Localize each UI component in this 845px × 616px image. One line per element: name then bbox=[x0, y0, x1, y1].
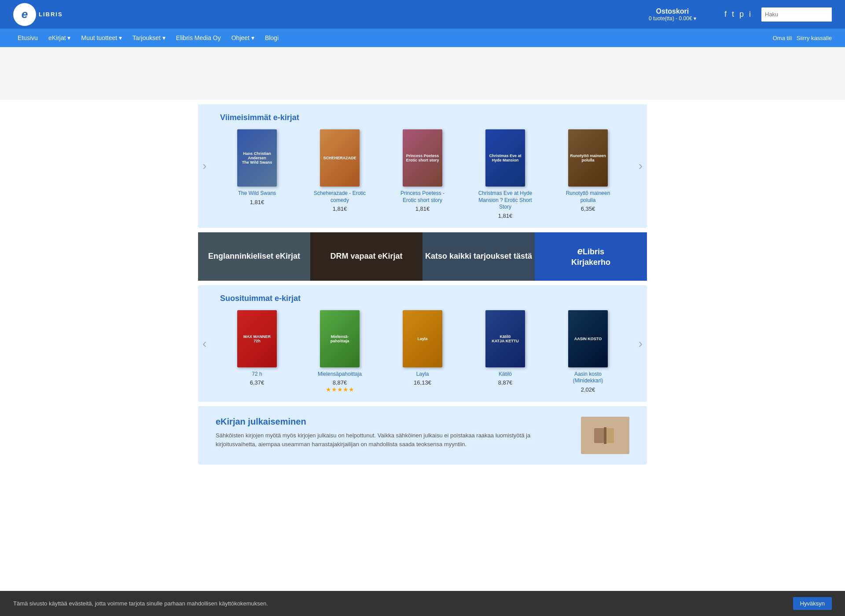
book-price: 16,13€ bbox=[414, 379, 431, 386]
book-title: Scheherazade - Erotic comedy bbox=[311, 190, 368, 204]
book-cover: Hans ChristianAndersenThe Wild Swans bbox=[237, 129, 277, 187]
nav-ekirjat[interactable]: eKirjat ▾ bbox=[44, 29, 75, 47]
svg-rect-0 bbox=[594, 428, 604, 443]
popular-ebooks-section: Suosituimmat e-kirjat ‹ MAX MANNER72h 72… bbox=[198, 285, 647, 402]
cover-text: Christmas Eve at Hyde Mansion bbox=[485, 152, 525, 164]
book-price: 1,81€ bbox=[498, 213, 513, 219]
promo-strip: Englanninkieliset eKirjat DRM vapaat eKi… bbox=[198, 232, 647, 281]
cover-text: SCHEHERAZADE bbox=[321, 154, 358, 162]
book-cover: Layla bbox=[403, 310, 442, 367]
nav-muut[interactable]: Muut tuotteet ▾ bbox=[77, 29, 127, 47]
book-cover: Runotyttö maineen polulla bbox=[568, 129, 608, 187]
book-price: 2,02€ bbox=[581, 386, 595, 393]
promo-deals[interactable]: Katso kaikki tarjoukset tästä bbox=[422, 232, 535, 281]
popular-next-button[interactable]: › bbox=[639, 337, 643, 351]
list-item[interactable]: AASIN KOSTO Aasin kosto (Minidekkari) 2,… bbox=[559, 310, 617, 393]
book-cover: Christmas Eve at Hyde Mansion bbox=[485, 129, 525, 187]
publish-title: eKirjan julkaiseminen bbox=[216, 417, 568, 427]
book-price: 6,35€ bbox=[581, 205, 595, 212]
latest-title: Viimeisimmät e-kirjat bbox=[220, 113, 625, 122]
nav-blogi[interactable]: Blogi bbox=[261, 29, 283, 47]
publish-image bbox=[581, 417, 629, 454]
nav-account: Oma tili Siirry kassalle bbox=[773, 35, 832, 41]
promo-deals-text: Katso kaikki tarjoukset tästä bbox=[425, 251, 532, 261]
list-item[interactable]: Hans ChristianAndersenThe Wild Swans The… bbox=[228, 129, 286, 219]
publish-text-area: eKirjan julkaiseminen Sähköisten kirjoje… bbox=[216, 417, 568, 454]
instagram-icon[interactable]: i bbox=[749, 10, 751, 19]
latest-next-button[interactable]: › bbox=[639, 159, 643, 173]
list-item[interactable]: MAX MANNER72h 72 h 6,37€ bbox=[228, 310, 286, 393]
svg-rect-2 bbox=[604, 427, 606, 444]
latest-books-list: Hans ChristianAndersenThe Wild Swans The… bbox=[220, 129, 625, 219]
nav-kassalle[interactable]: Siirry kassalle bbox=[797, 35, 832, 41]
book-cover: MAX MANNER72h bbox=[237, 310, 277, 367]
book-price: 1,81€ bbox=[415, 205, 430, 212]
cover-text: Layla bbox=[415, 335, 429, 343]
popular-books-list: MAX MANNER72h 72 h 6,37€ Mielensä-pahoit… bbox=[220, 310, 625, 393]
promo-club[interactable]: eLibrisKirjakerho bbox=[535, 232, 647, 281]
nav-items: Etusivu eKirjat ▾ Muut tuotteet ▾ Tarjou… bbox=[13, 29, 773, 47]
book-price: 1,81€ bbox=[333, 205, 347, 212]
cover-text: AASIN KOSTO bbox=[573, 335, 603, 343]
cover-text: Hans ChristianAndersenThe Wild Swans bbox=[240, 150, 274, 166]
book-price: 6,37€ bbox=[250, 379, 265, 386]
book-title: Princess Poetess - Erotic short story bbox=[394, 190, 451, 204]
star-rating: ★★★★★ bbox=[326, 386, 354, 393]
list-item[interactable]: Runotyttö maineen polulla Runotyttö main… bbox=[559, 129, 617, 219]
book-cover: KätilöKATJA KETTU bbox=[485, 310, 525, 367]
book-title: Mielensäpahoittaja bbox=[318, 371, 362, 378]
popular-prev-button[interactable]: ‹ bbox=[202, 337, 206, 351]
social-icons: f t p i bbox=[724, 10, 751, 19]
logo-circle: e bbox=[13, 3, 36, 26]
publish-description: Sähköisten kirjojen myötä myös kirjojen … bbox=[216, 431, 568, 448]
cover-text: Mielensä-pahoittaja bbox=[329, 333, 351, 345]
promo-drm[interactable]: DRM vapaat eKirjat bbox=[310, 232, 422, 281]
cover-text: Princess PoetessErotic short story bbox=[404, 152, 441, 164]
list-item[interactable]: Mielensä-pahoittaja Mielensäpahoittaja 8… bbox=[311, 310, 368, 393]
nav-oma-tili[interactable]: Oma tili bbox=[773, 35, 792, 41]
logo-e-letter: e bbox=[22, 7, 28, 21]
logo-text: LIBRIS bbox=[39, 11, 63, 18]
book-title: Aasin kosto (Minidekkari) bbox=[559, 371, 617, 385]
book-title: 72 h bbox=[252, 371, 262, 378]
list-item[interactable]: Layla Layla 16,13€ bbox=[394, 310, 451, 393]
nav-tarjoukset[interactable]: Tarjoukset ▾ bbox=[128, 29, 170, 47]
latest-prev-button[interactable]: › bbox=[202, 159, 206, 173]
list-item[interactable]: Christmas Eve at Hyde Mansion Christmas … bbox=[477, 129, 534, 219]
nav-elibris[interactable]: Elibris Media Oy bbox=[172, 29, 225, 47]
navbar: Etusivu eKirjat ▾ Muut tuotteet ▾ Tarjou… bbox=[0, 29, 845, 47]
cover-text: Runotyttö maineen polulla bbox=[568, 152, 608, 164]
nav-etusivu[interactable]: Etusivu bbox=[13, 29, 42, 47]
book-open-icon bbox=[592, 425, 618, 447]
cart-count: 0 tuote(tta) - 0.00€ ▾ bbox=[649, 15, 696, 22]
book-cover: AASIN KOSTO bbox=[568, 310, 608, 367]
latest-ebooks-section: Viimeisimmät e-kirjat › Hans ChristianAn… bbox=[198, 104, 647, 228]
logo[interactable]: e LIBRIS bbox=[13, 3, 63, 26]
book-title: Runotyttö maineen polulla bbox=[559, 190, 617, 204]
site-header: e LIBRIS Ostoskori 0 tuote(tta) - 0.00€ … bbox=[0, 0, 845, 29]
facebook-icon[interactable]: f bbox=[724, 10, 727, 19]
book-title: Layla bbox=[416, 371, 429, 378]
popular-title: Suosituimmat e-kirjat bbox=[220, 294, 625, 303]
book-title: The Wild Swans bbox=[238, 190, 276, 197]
cart-summary[interactable]: Ostoskori 0 tuote(tta) - 0.00€ ▾ bbox=[649, 7, 696, 22]
cover-text: MAX MANNER72h bbox=[242, 333, 272, 345]
list-item[interactable]: KätilöKATJA KETTU Kätilö 8,87€ bbox=[477, 310, 534, 393]
list-item[interactable]: SCHEHERAZADE Scheherazade - Erotic comed… bbox=[311, 129, 368, 219]
list-item[interactable]: Princess PoetessErotic short story Princ… bbox=[394, 129, 451, 219]
pinterest-icon[interactable]: p bbox=[739, 10, 744, 19]
twitter-icon[interactable]: t bbox=[732, 10, 734, 19]
book-price: 8,87€ bbox=[333, 379, 347, 386]
cart-title: Ostoskori bbox=[656, 7, 689, 15]
book-title: Kätilö bbox=[499, 371, 512, 378]
book-price: 1,81€ bbox=[250, 199, 265, 205]
promo-english[interactable]: Englanninkieliset eKirjat bbox=[198, 232, 310, 281]
book-cover: Mielensä-pahoittaja bbox=[320, 310, 360, 367]
promo-drm-text: DRM vapaat eKirjat bbox=[330, 251, 402, 261]
promo-english-text: Englanninkieliset eKirjat bbox=[208, 251, 300, 261]
nav-ohjeet[interactable]: Ohjeet ▾ bbox=[227, 29, 259, 47]
cover-text: KätilöKATJA KETTU bbox=[490, 333, 521, 345]
search-input[interactable] bbox=[761, 7, 832, 22]
book-cover: Princess PoetessErotic short story bbox=[403, 129, 442, 187]
promo-club-text: eLibrisKirjakerho bbox=[571, 245, 610, 268]
